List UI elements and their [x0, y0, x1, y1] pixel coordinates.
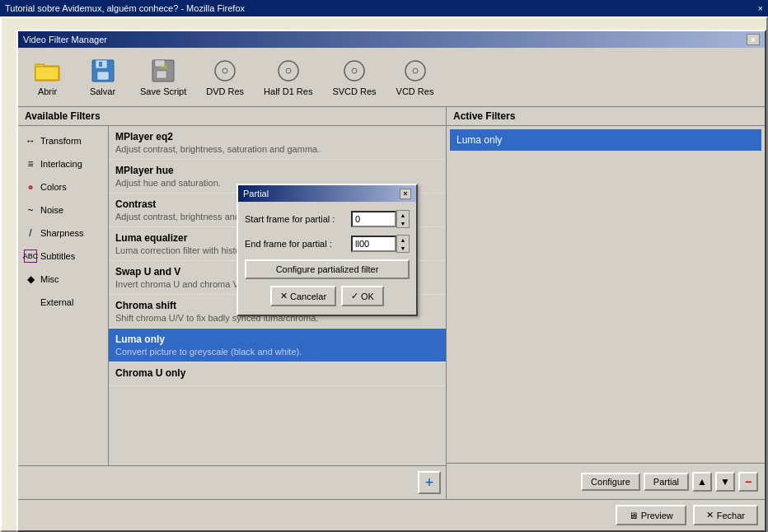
end-frame-up[interactable]: ▲	[397, 236, 409, 244]
cancel-icon: ✕	[280, 291, 288, 301]
start-frame-label: Start frame for partial :	[245, 214, 348, 224]
partial-dialog: Partial × Start frame for partial : ▲ ▼	[236, 184, 418, 316]
end-frame-input[interactable]	[351, 236, 396, 252]
dialog-close-button[interactable]: ×	[400, 189, 411, 199]
browser-close[interactable]: ×	[758, 3, 763, 13]
dialog-buttons: ✕ Cancelar ✓ OK	[245, 286, 410, 306]
browser-titlebar: Tutorial sobre Avidemux, alguém conhece?…	[0, 0, 768, 16]
dialog-titlebar: Partial ×	[238, 185, 416, 202]
start-frame-down[interactable]: ▼	[397, 219, 409, 227]
end-frame-spin: ▲ ▼	[396, 235, 410, 253]
main-window: Video Filter Manager × Abrir	[0, 16, 768, 532]
end-frame-row: End frame for partial : ▲ ▼	[245, 235, 410, 253]
start-frame-spin: ▲ ▼	[396, 210, 410, 228]
dialog-title: Partial	[243, 189, 269, 198]
configure-partialized-button[interactable]: Configure partialized filter	[245, 259, 410, 279]
start-frame-input-group: ▲ ▼	[351, 210, 410, 228]
dialog-overlay: Partial × Start frame for partial : ▲ ▼	[18, 31, 765, 530]
configure-partialized-label: Configure partialized filter	[276, 264, 379, 274]
ok-icon: ✓	[351, 291, 358, 301]
end-frame-down[interactable]: ▼	[397, 244, 409, 252]
end-frame-input-group: ▲ ▼	[351, 235, 410, 253]
start-frame-input[interactable]	[351, 211, 396, 227]
dialog-content: Start frame for partial : ▲ ▼ End frame …	[238, 202, 416, 315]
dialog-ok-button[interactable]: ✓ OK	[341, 286, 384, 306]
end-frame-label: End frame for partial :	[245, 239, 348, 249]
ok-label: OK	[361, 292, 374, 301]
cancel-label: Cancelar	[290, 292, 326, 301]
vfm-window: Video Filter Manager × Abrir	[16, 30, 766, 532]
start-frame-row: Start frame for partial : ▲ ▼	[245, 210, 410, 228]
dialog-cancel-button[interactable]: ✕ Cancelar	[270, 286, 336, 306]
start-frame-up[interactable]: ▲	[397, 211, 409, 219]
browser-title: Tutorial sobre Avidemux, alguém conhece?…	[5, 3, 245, 13]
